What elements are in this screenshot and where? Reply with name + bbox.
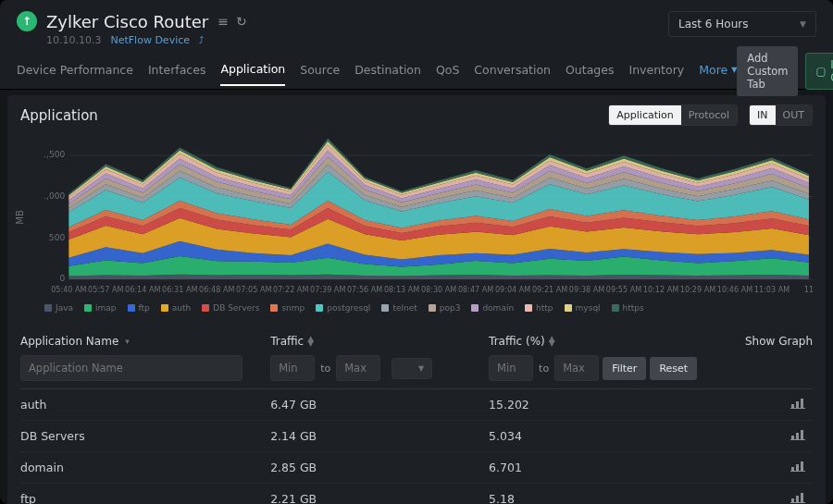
filter-to-label: to [539, 363, 549, 375]
svg-text:09:38 AM: 09:38 AM [569, 286, 604, 294]
legend-item[interactable]: postgresql [316, 303, 370, 313]
th-application-name[interactable]: Application Name [20, 335, 263, 348]
legend-label: http [536, 303, 553, 313]
legend-swatch [270, 304, 278, 312]
legend-item[interactable]: imap [84, 303, 117, 313]
svg-text:07:56 AM: 07:56 AM [347, 286, 382, 294]
toggle-protocol[interactable]: Protocol [681, 105, 737, 125]
legend-item[interactable]: https [612, 303, 644, 313]
page-title: Zylker Cisco Router [46, 12, 208, 31]
view-toggle: Application Protocol [608, 104, 738, 126]
svg-text:07:39 AM: 07:39 AM [310, 286, 345, 294]
table-row: domain 2.85 GB 6.701 [20, 452, 813, 484]
filter-traffic-unit-dropdown[interactable]: ▼ [392, 358, 432, 379]
cell-traffic: 2.14 GB [270, 429, 481, 443]
svg-text:08:13 AM: 08:13 AM [384, 286, 419, 294]
legend-item[interactable]: auth [161, 303, 191, 313]
legend-swatch [381, 304, 389, 312]
menu-icon[interactable]: ≡ [218, 14, 229, 29]
legend-item[interactable]: domain [471, 303, 514, 313]
toggle-application[interactable]: Application [609, 105, 680, 125]
tab-qos[interactable]: QoS [436, 63, 459, 85]
tab-conversation[interactable]: Conversation [474, 63, 551, 85]
svg-text:10:29 AM: 10:29 AM [680, 286, 715, 294]
tab-device-performance[interactable]: Device Performance [17, 63, 133, 85]
show-graph-icon[interactable] [790, 492, 805, 503]
legend-label: snmp [281, 303, 305, 313]
incident-chat-button[interactable]: ▢ Incident Chat [805, 53, 833, 90]
filter-pct-max[interactable] [554, 355, 599, 381]
sort-icon: ▲▼ [307, 337, 314, 346]
legend-item[interactable]: Java [44, 303, 73, 313]
cell-name: domain [20, 461, 263, 474]
sort-icon: ▲▼ [549, 337, 555, 346]
svg-text:05:40 AM: 05:40 AM [51, 286, 86, 294]
tab-more[interactable]: More▼ [699, 63, 737, 85]
svg-text:08:30 AM: 08:30 AM [421, 286, 456, 294]
legend-item[interactable]: ftp [128, 303, 150, 313]
legend-item[interactable]: http [525, 303, 553, 313]
chat-icon: ▢ [815, 65, 826, 78]
legend-label: imap [95, 303, 117, 313]
device-type-link[interactable]: NetFlow Device [110, 34, 190, 46]
refresh-icon[interactable]: ↻ [236, 14, 247, 29]
svg-rect-43 [801, 493, 803, 502]
filter-traffic-max[interactable] [336, 355, 380, 381]
toggle-in[interactable]: IN [750, 105, 775, 125]
time-range-label: Last 6 Hours [678, 18, 748, 31]
th-show-graph: Show Graph [707, 335, 813, 348]
tab-inventory[interactable]: Inventory [628, 63, 684, 85]
svg-rect-29 [791, 404, 794, 408]
svg-text:09:21 AM: 09:21 AM [532, 286, 567, 294]
legend-swatch [44, 304, 52, 312]
time-range-dropdown[interactable]: Last 6 Hours ▼ [668, 11, 816, 37]
legend-swatch [429, 304, 436, 312]
cell-pct: 15.202 [489, 398, 700, 412]
legend-item[interactable]: DB Servers [202, 303, 259, 313]
device-status-icon: ↑ [17, 11, 37, 31]
svg-text:10:12 AM: 10:12 AM [643, 286, 678, 294]
legend-item[interactable]: snmp [270, 303, 305, 313]
svg-text:500: 500 [49, 233, 66, 242]
table-row: DB Servers 2.14 GB 5.034 [20, 421, 813, 452]
show-graph-icon[interactable] [790, 429, 805, 440]
legend-label: domain [482, 303, 514, 313]
legend-swatch [316, 304, 323, 312]
svg-text:09:04 AM: 09:04 AM [495, 286, 530, 294]
tab-destination[interactable]: Destination [354, 63, 421, 85]
direction-toggle: IN OUT [749, 104, 813, 126]
table-row: ftp 2.21 GB 5.18 [20, 484, 813, 504]
add-custom-tab-button[interactable]: Add Custom Tab [737, 46, 798, 96]
cell-pct: 6.701 [489, 461, 700, 474]
cell-traffic: 6.47 GB [270, 398, 481, 412]
cell-pct: 5.034 [489, 429, 700, 443]
cell-traffic: 2.85 GB [270, 461, 481, 474]
th-traffic[interactable]: Traffic▲▼ [270, 335, 481, 348]
filter-button[interactable]: Filter [603, 357, 646, 380]
show-graph-icon[interactable] [790, 398, 805, 409]
legend-label: auth [172, 303, 191, 313]
cell-name: DB Servers [20, 429, 263, 443]
tab-source[interactable]: Source [300, 63, 340, 85]
traffic-chart: 05001,0001,50005:40 AM05:57 AM06:14 AM06… [44, 139, 813, 296]
filter-name-input[interactable] [20, 355, 242, 381]
th-traffic-pct[interactable]: Traffic (%)▲▼ [489, 335, 700, 348]
legend-label: Java [56, 303, 73, 313]
tab-application[interactable]: Application [220, 62, 285, 86]
reset-button[interactable]: Reset [650, 357, 697, 380]
tab-outages[interactable]: Outages [566, 63, 614, 85]
legend-item[interactable]: pop3 [429, 303, 461, 313]
filter-pct-min[interactable] [489, 355, 533, 381]
legend-item[interactable]: mysql [565, 303, 601, 313]
svg-rect-34 [796, 433, 799, 439]
svg-rect-37 [791, 467, 794, 471]
external-link-icon[interactable]: ⤴ [199, 35, 204, 45]
show-graph-icon[interactable] [790, 461, 805, 472]
svg-rect-35 [801, 430, 803, 439]
toggle-out[interactable]: OUT [776, 105, 812, 125]
legend-label: pop3 [440, 303, 461, 313]
filter-traffic-min[interactable] [270, 355, 315, 381]
legend-item[interactable]: telnet [381, 303, 416, 313]
svg-text:09:55 AM: 09:55 AM [606, 286, 641, 294]
tab-interfaces[interactable]: Interfaces [148, 63, 205, 85]
